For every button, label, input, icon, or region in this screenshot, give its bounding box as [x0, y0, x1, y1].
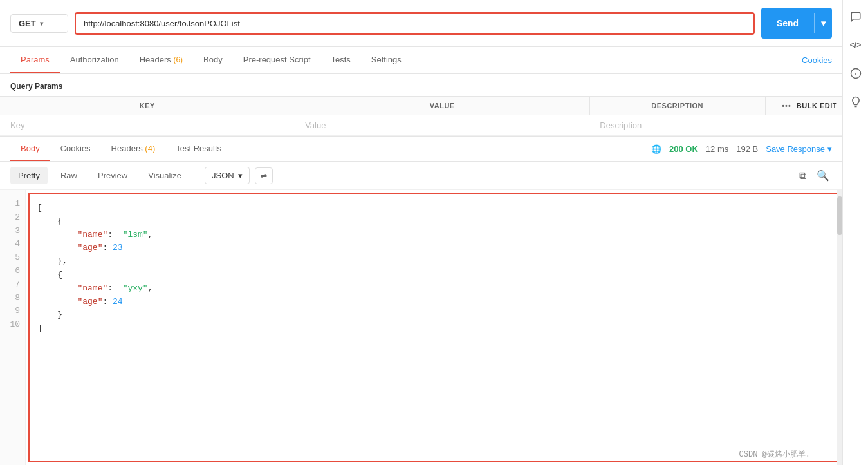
info-icon[interactable]: [847, 64, 865, 82]
search-button[interactable]: 🔍: [814, 167, 832, 184]
params-table: KEY VALUE DESCRIPTION ••• Bulk Edit Key …: [0, 96, 842, 136]
col-header-key: KEY: [0, 97, 295, 115]
main-content: GET ▾ http://localhost:8080/user/toJsonP…: [0, 0, 842, 465]
tab-tests[interactable]: Tests: [321, 47, 361, 73]
watermark: CSDN @碳烤小肥羊.: [739, 449, 810, 460]
response-section: Body Cookies Headers (4) Test Results 🌐 …: [0, 136, 842, 465]
comment-icon[interactable]: [847, 8, 865, 26]
top-bar: GET ▾ http://localhost:8080/user/toJsonP…: [0, 0, 842, 47]
tab-headers[interactable]: Headers (6): [129, 47, 193, 73]
code-line-9: }: [37, 308, 831, 322]
code-line-7: "name": "yxy",: [37, 282, 831, 296]
url-input[interactable]: http://localhost:8080/user/toJsonPOJOLis…: [75, 12, 755, 35]
cookies-link[interactable]: Cookies: [802, 48, 832, 73]
format-tab-visualize[interactable]: Visualize: [140, 167, 189, 184]
code-area[interactable]: 12345 678910 [ { "name": "lsm", "age": 2…: [0, 190, 842, 465]
copy-button[interactable]: ⧉: [797, 167, 809, 184]
wrap-button[interactable]: ⇌: [255, 167, 273, 184]
code-line-2: {: [37, 215, 831, 229]
code-line-1: [: [37, 202, 831, 215]
line-numbers: 12345 678910: [0, 190, 26, 465]
code-content: 12345 678910 [ { "name": "lsm", "age": 2…: [0, 190, 842, 465]
col-header-actions: ••• Bulk Edit: [765, 97, 842, 115]
tab-authorization[interactable]: Authorization: [60, 47, 129, 73]
response-time: 12 ms: [706, 144, 728, 154]
more-options-icon[interactable]: •••: [782, 102, 791, 109]
col-header-value: VALUE: [295, 97, 589, 115]
search-icon: 🔍: [817, 170, 829, 181]
scrollbar-thumb[interactable]: [837, 196, 842, 235]
response-tabs-row: Body Cookies Headers (4) Test Results 🌐 …: [0, 137, 842, 162]
response-status: 200 OK: [669, 144, 698, 154]
scrollbar-track[interactable]: [837, 190, 842, 465]
format-tab-pretty[interactable]: Pretty: [10, 167, 48, 184]
tab-body[interactable]: Body: [193, 47, 233, 73]
format-select-chevron: ▾: [238, 171, 243, 180]
send-label: Send: [761, 13, 814, 33]
response-tab-headers[interactable]: Headers (4): [101, 137, 166, 161]
chevron-down-icon: ▾: [40, 20, 43, 27]
copy-icon: ⧉: [799, 170, 806, 181]
code-line-5: },: [37, 255, 831, 269]
right-sidebar: </>: [842, 0, 868, 465]
row-actions-cell: [765, 115, 842, 136]
code-line-3: "name": "lsm",: [37, 229, 831, 242]
tab-pre-request-script[interactable]: Pre-request Script: [233, 47, 321, 73]
bulk-edit-button[interactable]: Bulk Edit: [797, 102, 837, 109]
format-tab-preview[interactable]: Preview: [90, 167, 135, 184]
key-input-cell[interactable]: Key: [0, 115, 295, 136]
response-meta: 🌐 200 OK 12 ms 192 B Save Response ▾: [651, 144, 832, 154]
response-tab-cookies[interactable]: Cookies: [50, 137, 101, 161]
wrap-icon: ⇌: [261, 171, 267, 180]
json-output: [ { "name": "lsm", "age": 23 }, { "name"…: [28, 193, 840, 462]
method-value: GET: [19, 19, 36, 28]
response-size: 192 B: [736, 144, 758, 154]
code-line-10: ]: [37, 322, 831, 336]
request-tabs-row: Params Authorization Headers (6) Body Pr…: [0, 47, 842, 74]
send-dropdown-arrow[interactable]: ▾: [814, 13, 832, 33]
table-row: Key Value Description: [0, 115, 842, 136]
code-line-4: "age": 23: [37, 242, 831, 255]
save-response-chevron: ▾: [827, 144, 832, 154]
code-line-8: "age": 24: [37, 296, 831, 309]
lightbulb-icon[interactable]: [847, 93, 865, 111]
col-header-description: DESCRIPTION: [589, 97, 765, 115]
tab-params[interactable]: Params: [10, 47, 60, 73]
query-params-label: Query Params: [0, 74, 842, 96]
format-bar: Pretty Raw Preview Visualize JSON ▾ ⇌ ⧉: [0, 162, 842, 190]
tab-settings[interactable]: Settings: [361, 47, 412, 73]
value-input-cell[interactable]: Value: [295, 115, 589, 136]
method-selector[interactable]: GET ▾: [10, 14, 68, 33]
format-select[interactable]: JSON ▾: [205, 167, 250, 184]
response-tab-body[interactable]: Body: [10, 137, 50, 161]
code-icon[interactable]: </>: [847, 36, 865, 54]
globe-icon: 🌐: [651, 144, 661, 154]
code-line-6: {: [37, 269, 831, 282]
save-response-button[interactable]: Save Response ▾: [766, 144, 832, 154]
response-tab-test-results[interactable]: Test Results: [165, 137, 232, 161]
description-input-cell[interactable]: Description: [589, 115, 765, 136]
send-button[interactable]: Send ▾: [761, 8, 832, 39]
format-tab-raw[interactable]: Raw: [53, 167, 85, 184]
